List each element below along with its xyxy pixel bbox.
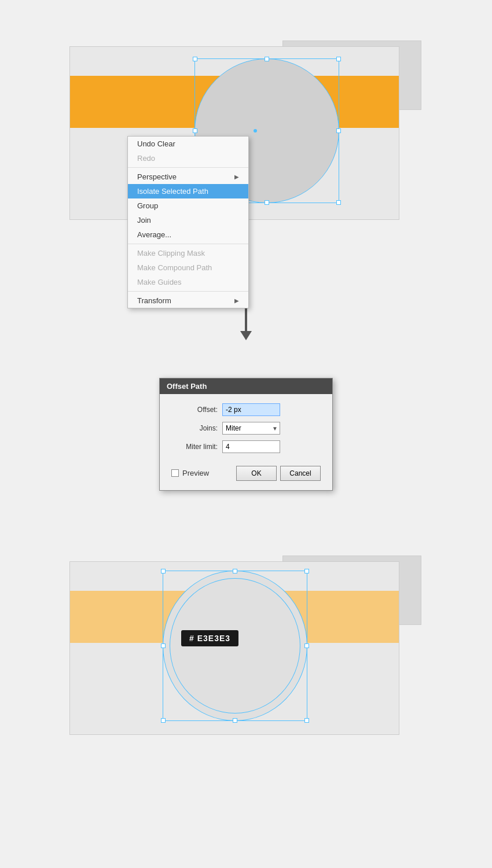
miter-limit-input[interactable]	[222, 440, 280, 453]
dialog-body: Offset: Joins: Miter Round Bevel ▼ Miter…	[160, 394, 332, 490]
menu-item-join[interactable]: Join	[128, 213, 248, 227]
offset-row: Offset:	[171, 403, 321, 416]
handle-top-mid	[265, 57, 269, 61]
handle-bottom-bl	[161, 718, 166, 723]
preview-checkbox[interactable]	[171, 469, 179, 477]
transform-arrow-icon: ▶	[234, 297, 239, 304]
preview-wrap: Preview	[171, 469, 233, 477]
miter-limit-label: Miter limit:	[171, 443, 218, 451]
handle-bottom-mr	[304, 643, 309, 648]
joins-row: Joins: Miter Round Bevel ▼	[171, 422, 321, 435]
menu-separator-3	[128, 291, 248, 292]
handle-mid-left	[193, 128, 197, 133]
dialog-section: Offset Path Offset: Joins: Miter Round B…	[0, 353, 492, 515]
menu-item-undo-clear[interactable]: Undo Clear	[128, 137, 248, 151]
color-label: # E3E3E3	[181, 630, 238, 646]
joins-select-wrap: Miter Round Bevel ▼	[222, 422, 280, 435]
ok-button[interactable]: OK	[236, 466, 277, 481]
bottom-canvas-section: # E3E3E3	[0, 515, 492, 810]
menu-item-group[interactable]: Group	[128, 198, 248, 213]
menu-separator-2	[128, 244, 248, 244]
menu-item-make-guides[interactable]: Make Guides	[128, 275, 248, 289]
joins-label: Joins:	[171, 424, 218, 432]
menu-item-transform[interactable]: Transform ▶	[128, 293, 248, 308]
page-main-bottom: # E3E3E3	[69, 561, 399, 735]
handle-bottom-tl	[161, 569, 166, 573]
menu-item-redo[interactable]: Redo	[128, 151, 248, 165]
offset-input[interactable]	[222, 403, 280, 416]
menu-item-perspective[interactable]: Perspective ▶	[128, 170, 248, 184]
handle-top-left	[193, 57, 197, 61]
cancel-button[interactable]: Cancel	[280, 466, 321, 481]
arrow-shaft	[245, 308, 247, 331]
context-menu: Undo Clear Redo Perspective ▶ Isolate Se…	[127, 136, 249, 308]
handle-top-right	[336, 57, 341, 61]
handle-mid-right	[336, 128, 341, 133]
down-arrow	[240, 308, 252, 340]
offset-label: Offset:	[171, 406, 218, 414]
menu-item-average[interactable]: Average...	[128, 227, 248, 242]
handle-bottom-tr	[304, 569, 309, 573]
menu-item-isolate-selected-path[interactable]: Isolate Selected Path	[128, 184, 248, 198]
menu-separator-1	[128, 167, 248, 168]
offset-path-dialog: Offset Path Offset: Joins: Miter Round B…	[159, 378, 333, 491]
miter-limit-row: Miter limit:	[171, 440, 321, 453]
handle-bottom-tm	[233, 569, 237, 573]
menu-item-make-compound-path[interactable]: Make Compound Path	[128, 260, 248, 275]
dialog-titlebar: Offset Path	[160, 378, 332, 394]
arrow-head-icon	[240, 331, 252, 340]
canvas-area-bottom: # E3E3E3	[69, 561, 411, 758]
menu-item-make-clipping-mask[interactable]: Make Clipping Mask	[128, 246, 248, 260]
handle-bot-mid	[265, 200, 269, 205]
handle-bottom-bm	[233, 718, 237, 723]
handle-bottom-ml	[161, 643, 166, 648]
top-canvas-section: Undo Clear Redo Perspective ▶ Isolate Se…	[0, 0, 492, 295]
handle-bottom-br	[304, 718, 309, 723]
perspective-arrow-icon: ▶	[234, 174, 239, 180]
preview-label: Preview	[182, 469, 209, 477]
handle-bot-right	[336, 200, 341, 205]
dialog-buttons-row: Preview OK Cancel	[171, 461, 321, 481]
joins-select[interactable]: Miter Round Bevel	[222, 422, 280, 435]
